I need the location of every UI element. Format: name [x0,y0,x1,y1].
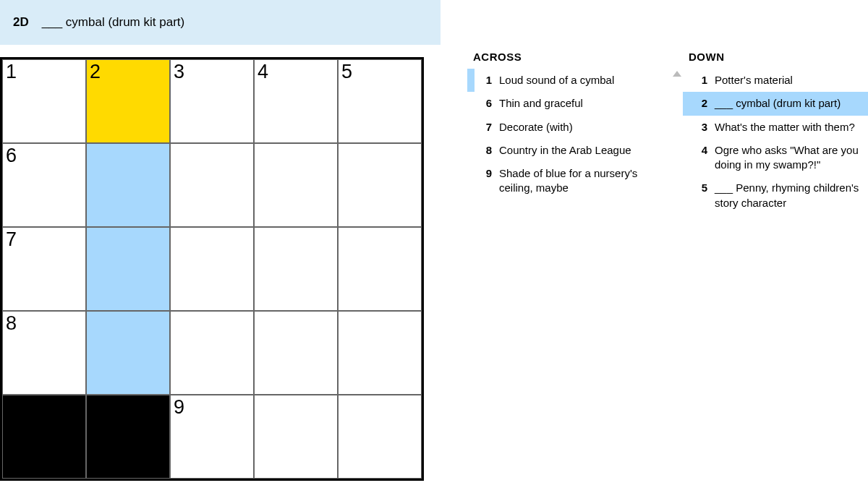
grid-cell[interactable] [254,143,338,227]
cell-number: 7 [6,228,17,251]
clue-number: 8 [475,143,492,158]
clue-text: Thin and graceful [499,96,658,111]
clue-number: 5 [690,181,707,210]
clue-item[interactable]: 8Country in the Arab League [467,139,663,162]
clue-number: 7 [475,120,492,134]
clue-text: Loud sound of a cymbal [499,73,658,87]
across-heading: ACROSS [467,51,663,63]
cell-number: 9 [174,396,184,419]
grid-cell[interactable] [338,311,422,395]
clue-item[interactable]: 3What's the matter with them? [683,116,868,139]
clue-number: 1 [475,73,492,87]
cell-number: 2 [90,61,101,83]
cell-number: 4 [258,61,268,83]
across-column: ACROSS 1Loud sound of a cymbal6Thin and … [467,51,663,481]
clue-number: 3 [690,120,707,134]
grid-cell[interactable]: 7 [2,227,86,311]
clue-number: 2 [690,96,707,111]
grid-cell[interactable]: 5 [338,59,422,143]
grid-cell [2,395,86,479]
grid-cell[interactable] [338,395,422,479]
grid-cell[interactable]: 9 [170,395,254,479]
grid-cell [86,395,170,479]
current-clue-bar: 2D ___ cymbal (drum kit part) [0,0,441,45]
across-list: 1Loud sound of a cymbal6Thin and gracefu… [467,69,663,200]
clue-text: Shade of blue for a nursery's ceiling, m… [499,166,658,196]
clue-number: 9 [475,166,492,196]
grid-cell[interactable] [254,395,338,479]
down-heading: DOWN [683,51,868,63]
scroll-up-icon[interactable] [673,71,681,77]
grid-cell[interactable]: 1 [2,59,86,143]
clue-text: ___ cymbal (drum kit part) [715,96,868,111]
grid-cell[interactable] [86,227,170,311]
crossword-grid: 123456789 [0,57,424,481]
clue-text: ___ Penny, rhyming children's story char… [715,181,868,210]
clue-item[interactable]: 6Thin and graceful [467,92,663,115]
cell-number: 3 [174,61,184,83]
clue-item[interactable]: 1Potter's material [683,69,868,92]
current-clue-text: ___ cymbal (drum kit part) [42,15,184,30]
grid-cell[interactable] [254,227,338,311]
grid-cell[interactable]: 8 [2,311,86,395]
clue-text: Potter's material [715,73,868,87]
grid-cell[interactable] [86,143,170,227]
cell-number: 5 [341,61,352,83]
clue-item[interactable]: 9Shade of blue for a nursery's ceiling, … [467,162,663,200]
clue-text: What's the matter with them? [715,120,868,134]
grid-cell[interactable]: 3 [170,59,254,143]
current-clue-id: 2D [13,15,29,30]
cell-number: 1 [6,61,17,83]
down-column: DOWN 1Potter's material2___ cymbal (drum… [683,51,868,481]
clue-text: Decorate (with) [499,120,658,134]
grid-cell[interactable]: 2 [86,59,170,143]
grid-cell[interactable] [338,143,422,227]
grid-cell[interactable]: 4 [254,59,338,143]
clue-text: Ogre who asks "What are you doing in my … [715,143,868,173]
clue-number: 1 [690,73,707,87]
down-list: 1Potter's material2___ cymbal (drum kit … [683,69,868,215]
clue-item[interactable]: 1Loud sound of a cymbal [467,69,663,92]
clue-text: Country in the Arab League [499,143,658,158]
grid-cell[interactable]: 6 [2,143,86,227]
grid-cell[interactable] [86,311,170,395]
clue-item[interactable]: 7Decorate (with) [467,116,663,139]
grid-cell[interactable] [338,227,422,311]
grid-cell[interactable] [170,311,254,395]
grid-cell[interactable] [254,311,338,395]
cell-number: 6 [6,145,17,167]
clue-item[interactable]: 5___ Penny, rhyming children's story cha… [683,176,868,215]
clue-item[interactable]: 4Ogre who asks "What are you doing in my… [683,139,868,177]
clue-number: 4 [690,143,707,173]
clue-number: 6 [475,96,492,111]
cell-number: 8 [6,312,17,335]
grid-cell[interactable] [170,143,254,227]
grid-cell[interactable] [170,227,254,311]
clue-item[interactable]: 2___ cymbal (drum kit part) [683,92,868,115]
clue-lists: ACROSS 1Loud sound of a cymbal6Thin and … [424,45,868,481]
